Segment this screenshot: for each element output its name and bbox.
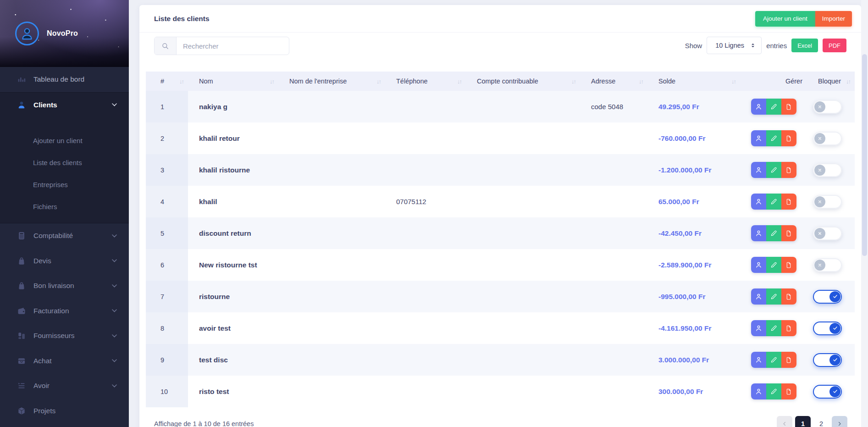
edit-client-button[interactable] xyxy=(766,352,781,368)
shopping-bag-icon xyxy=(17,281,26,291)
search-input[interactable] xyxy=(177,37,289,55)
view-client-button[interactable] xyxy=(751,162,766,178)
person-icon xyxy=(755,134,763,142)
view-client-button[interactable] xyxy=(751,130,766,146)
column-header-telephone[interactable]: Téléphone↓↑ xyxy=(385,72,466,91)
block-toggle[interactable] xyxy=(813,100,842,114)
action-button-group xyxy=(751,99,796,115)
block-toggle[interactable] xyxy=(813,258,842,272)
next-page-button[interactable] xyxy=(832,416,847,427)
edit-client-button[interactable] xyxy=(766,383,781,399)
pencil-icon xyxy=(770,229,778,237)
edit-client-button[interactable] xyxy=(766,320,781,336)
add-client-button[interactable]: Ajouter un client xyxy=(755,11,815,27)
view-client-button[interactable] xyxy=(751,99,766,115)
column-header-solde[interactable]: Solde↓↑ xyxy=(647,72,740,91)
sidebar-item-liste-des-clients[interactable]: Liste des clients xyxy=(0,151,129,173)
client-tax-account xyxy=(466,154,580,186)
client-phone xyxy=(385,281,466,312)
block-toggle[interactable] xyxy=(813,195,842,209)
client-file-button[interactable] xyxy=(781,130,796,146)
vertical-scrollbar[interactable] xyxy=(861,0,868,427)
column-header-bloquer[interactable]: Bloquer↓↑ xyxy=(807,72,855,91)
block-toggle[interactable] xyxy=(813,227,842,240)
sidebar-item-facturation[interactable]: Facturation xyxy=(0,299,129,324)
column-header-compte[interactable]: Compte contribuable↓↑ xyxy=(466,72,580,91)
view-client-button[interactable] xyxy=(751,225,766,241)
scrollbar-thumb[interactable] xyxy=(862,54,867,256)
sidebar-item-fichiers[interactable]: Fichiers xyxy=(0,195,129,217)
sidebar-item-tableau-de-bord[interactable]: Tableau de bord xyxy=(0,67,129,92)
sidebar-item-bon-livraison[interactable]: Bon livraison xyxy=(0,273,129,299)
sidebar-item-comptabilite[interactable]: Comptabilité xyxy=(0,223,129,249)
client-file-button[interactable] xyxy=(781,320,796,336)
page-2-button[interactable]: 2 xyxy=(813,416,829,427)
sidebar-item-clients[interactable]: Clients xyxy=(0,93,129,118)
sidebar-item-ajouter-un-client[interactable]: Ajouter un client xyxy=(0,129,129,151)
client-name: ristourne xyxy=(188,281,278,312)
block-toggle[interactable] xyxy=(813,385,842,399)
block-toggle[interactable] xyxy=(813,322,842,335)
page-1-button[interactable]: 1 xyxy=(795,416,811,427)
view-client-button[interactable] xyxy=(751,288,766,305)
row-actions xyxy=(740,281,807,312)
view-client-button[interactable] xyxy=(751,383,766,399)
view-client-button[interactable] xyxy=(751,194,766,210)
client-balance: -4.161.950,00 Fr xyxy=(647,312,740,344)
column-header-num[interactable]: #↓↑ xyxy=(146,72,188,91)
excel-export-button[interactable]: Excel xyxy=(791,39,818,52)
client-file-button[interactable] xyxy=(781,99,796,115)
client-file-button[interactable] xyxy=(781,194,796,210)
table-row: 8 avoir test -4.161.950,00 Fr xyxy=(146,312,855,344)
edit-client-button[interactable] xyxy=(766,99,781,115)
block-toggle[interactable] xyxy=(813,132,842,145)
pencil-icon xyxy=(770,198,778,205)
client-name: test disc xyxy=(188,344,278,376)
edit-client-button[interactable] xyxy=(766,162,781,178)
pdf-export-button[interactable]: PDF xyxy=(823,39,846,52)
client-file-button[interactable] xyxy=(781,225,796,241)
sidebar-item-avoir[interactable]: Avoir xyxy=(0,373,129,399)
chevron-down-icon xyxy=(112,284,117,288)
action-button-group xyxy=(751,288,796,305)
view-client-button[interactable] xyxy=(751,320,766,336)
edit-client-button[interactable] xyxy=(766,288,781,305)
sidebar-item-achat[interactable]: Achat xyxy=(0,349,129,374)
client-phone xyxy=(385,312,466,344)
client-file-button[interactable] xyxy=(781,288,796,305)
view-client-button[interactable] xyxy=(751,352,766,368)
column-header-nom[interactable]: Nom↓↑ xyxy=(188,72,278,91)
client-file-button[interactable] xyxy=(781,162,796,178)
view-client-button[interactable] xyxy=(751,257,766,273)
block-cell xyxy=(807,376,855,407)
edit-client-button[interactable] xyxy=(766,257,781,273)
x-icon xyxy=(817,104,823,110)
client-balance: -1.200.000,00 Fr xyxy=(647,154,740,186)
row-actions xyxy=(740,217,807,249)
client-file-button[interactable] xyxy=(781,383,796,399)
person-icon xyxy=(755,324,763,332)
client-balance: -42.450,00 Fr xyxy=(647,217,740,249)
row-number: 5 xyxy=(146,217,188,249)
page-size-select[interactable]: 10 Lignes xyxy=(707,37,762,54)
column-header-entreprise[interactable]: Nom de l'entreprise↓↑ xyxy=(278,72,385,91)
previous-page-button[interactable] xyxy=(777,416,792,427)
column-header-adresse[interactable]: Adresse↓↑ xyxy=(580,72,647,91)
card-footer: Affichage de 1 à 10 de 16 entrées 1 2 xyxy=(139,407,861,427)
block-toggle[interactable] xyxy=(813,163,842,177)
sidebar-item-fournisseurs[interactable]: Fournisseurs xyxy=(0,323,129,349)
edit-client-button[interactable] xyxy=(766,194,781,210)
edit-client-button[interactable] xyxy=(766,130,781,146)
file-icon xyxy=(785,388,792,395)
sidebar-item-entreprises[interactable]: Entreprises xyxy=(0,173,129,195)
client-file-button[interactable] xyxy=(781,257,796,273)
column-header-gerer: Gérer xyxy=(740,72,807,91)
block-toggle[interactable] xyxy=(813,353,842,367)
client-file-button[interactable] xyxy=(781,352,796,368)
edit-client-button[interactable] xyxy=(766,225,781,241)
client-phone xyxy=(385,217,466,249)
sidebar-item-projets[interactable]: Projets xyxy=(0,399,129,424)
sidebar-item-devis[interactable]: Devis xyxy=(0,249,129,274)
import-button[interactable]: Importer xyxy=(815,11,852,27)
block-toggle[interactable] xyxy=(813,290,842,304)
